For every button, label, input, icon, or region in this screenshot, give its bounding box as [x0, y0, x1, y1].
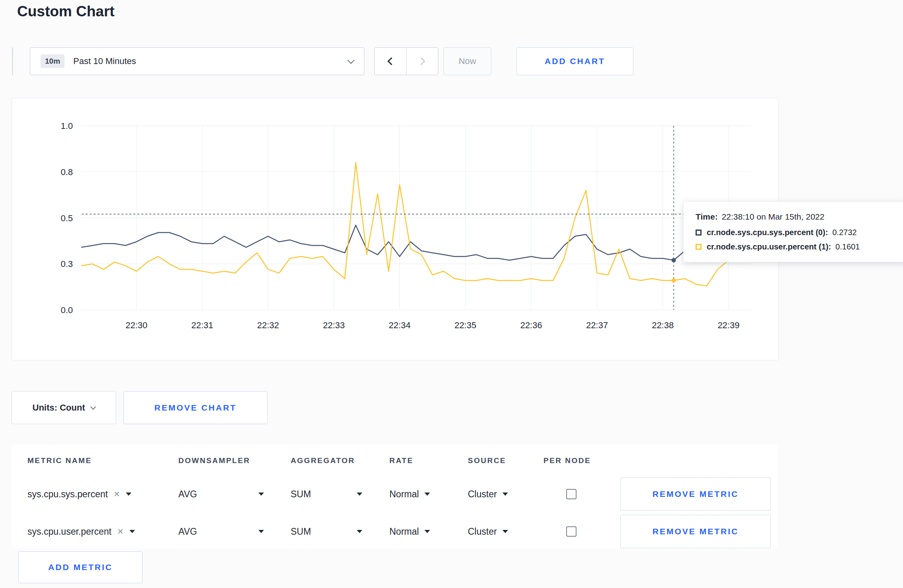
aggregator-value: SUM: [291, 526, 311, 537]
tooltip-time-value: 22:38:10 on Mar 15th, 2022: [722, 212, 825, 221]
rate-select[interactable]: Normal: [389, 515, 430, 548]
downsampler-select[interactable]: AVG: [178, 477, 264, 511]
x-axis-label: 22:38: [652, 320, 674, 330]
time-range-label: Past 10 Minutes: [73, 56, 136, 66]
caret-down-icon: [258, 493, 264, 496]
chevron-right-icon: [417, 57, 425, 65]
tooltip-series-row: cr.node.sys.cpu.sys.percent (0): 0.2732: [696, 228, 896, 237]
time-range-badge: 10m: [41, 55, 64, 68]
chevron-down-icon: [90, 404, 96, 409]
hover-marker: [672, 278, 676, 282]
tooltip-series-row: cr.node.sys.cpu.user.percent (1): 0.1601: [696, 242, 896, 251]
time-range-dropdown[interactable]: 10m Past 10 Minutes: [30, 47, 364, 75]
tooltip-series-label: cr.node.sys.cpu.user.percent (1):: [707, 242, 831, 251]
downsampler-value: AVG: [178, 489, 197, 500]
now-button[interactable]: Now: [444, 47, 491, 75]
caret-down-icon: [424, 530, 430, 533]
x-axis-label: 22:34: [389, 320, 410, 330]
add-chart-button[interactable]: ADD CHART: [516, 47, 633, 75]
per-node-checkbox[interactable]: [566, 526, 577, 537]
metrics-table: METRIC NAME DOWNSAMPLER AGGREGATOR RATE …: [12, 444, 778, 549]
chart-tooltip: Time:22:38:10 on Mar 15th, 2022 cr.node.…: [683, 201, 903, 262]
prev-time-button[interactable]: [375, 48, 407, 75]
column-header-downsampler: DOWNSAMPLER: [178, 456, 250, 465]
tooltip-series-value: 0.2732: [833, 228, 857, 237]
units-label: Units: Count: [33, 403, 85, 413]
source-select[interactable]: Cluster: [468, 515, 508, 548]
remove-metric-button[interactable]: REMOVE METRIC: [620, 477, 771, 511]
tooltip-series-value: 0.1601: [835, 242, 860, 251]
series-sys-swatch-icon: [696, 230, 702, 236]
column-header-aggregator: AGGREGATOR: [291, 456, 355, 465]
column-header-rate: RATE: [389, 456, 413, 465]
units-dropdown[interactable]: Units: Count: [12, 391, 116, 424]
column-header-per-node: PER NODE: [543, 456, 591, 465]
hover-marker: [672, 258, 676, 262]
add-metric-button[interactable]: ADD METRIC: [18, 551, 143, 583]
next-time-button[interactable]: [407, 48, 438, 75]
column-header-metric-name: METRIC NAME: [27, 456, 92, 465]
y-axis-label: 0.5: [61, 213, 73, 223]
y-axis-label: 0.0: [61, 305, 73, 315]
tooltip-time: Time:22:38:10 on Mar 15th, 2022: [696, 212, 896, 222]
source-value: Cluster: [468, 489, 497, 500]
chart-card: 0.00.30.50.81.022:3022:3122:3222:3322:34…: [12, 98, 779, 360]
tooltip-time-label: Time:: [696, 212, 718, 221]
x-axis-label: 22:37: [586, 320, 608, 330]
tooltip-series-label: cr.node.sys.cpu.sys.percent (0):: [707, 228, 828, 237]
caret-down-icon: [126, 493, 131, 496]
x-axis-label: 22:31: [191, 320, 213, 330]
caret-down-icon: [258, 530, 264, 533]
downsampler-value: AVG: [178, 526, 197, 537]
series-user-swatch-icon: [696, 244, 702, 250]
rate-value: Normal: [389, 489, 419, 500]
remove-metric-button[interactable]: REMOVE METRIC: [620, 515, 771, 548]
aggregator-value: SUM: [291, 489, 311, 500]
x-axis-label: 22:39: [717, 320, 739, 330]
y-axis-label: 1.0: [61, 121, 73, 131]
chevron-left-icon: [387, 57, 395, 65]
series-line: [82, 163, 729, 286]
source-value: Cluster: [468, 526, 497, 537]
x-axis-label: 22:36: [520, 320, 542, 330]
y-axis-label: 0.8: [61, 167, 73, 177]
table-row: sys.cpu.user.percent ✕ AVG SUM Normal Cl…: [12, 515, 778, 548]
table-row: sys.cpu.sys.percent ✕ AVG SUM Normal Clu…: [12, 477, 778, 511]
metric-name-value: sys.cpu.sys.percent: [27, 489, 108, 500]
metric-name-value: sys.cpu.user.percent: [27, 526, 111, 537]
caret-down-icon: [502, 493, 508, 496]
x-axis-label: 22:30: [125, 320, 147, 330]
metrics-line-chart[interactable]: 0.00.30.50.81.022:3022:3122:3222:3322:34…: [12, 98, 778, 359]
x-axis-label: 22:35: [454, 320, 476, 330]
toolbar-divider: [12, 47, 13, 75]
aggregator-select[interactable]: SUM: [291, 477, 362, 511]
per-node-checkbox[interactable]: [566, 489, 577, 499]
column-header-source: SOURCE: [468, 456, 506, 465]
y-axis-label: 0.3: [61, 259, 73, 269]
x-axis-label: 22:33: [323, 320, 345, 330]
caret-down-icon: [357, 530, 362, 533]
clear-metric-icon[interactable]: ✕: [113, 489, 120, 499]
custom-chart-page: Custom Chart 10m Past 10 Minutes Now ADD…: [0, 0, 903, 588]
downsampler-select[interactable]: AVG: [178, 515, 264, 548]
caret-down-icon: [129, 530, 135, 533]
series-line: [82, 225, 729, 260]
remove-chart-button[interactable]: REMOVE CHART: [123, 391, 268, 424]
caret-down-icon: [424, 493, 430, 496]
metric-name-select[interactable]: sys.cpu.user.percent ✕: [27, 515, 135, 548]
caret-down-icon: [357, 493, 362, 496]
aggregator-select[interactable]: SUM: [291, 515, 362, 548]
per-node-cell: [566, 515, 577, 548]
rate-value: Normal: [389, 526, 419, 537]
source-select[interactable]: Cluster: [468, 477, 508, 511]
time-pager: [374, 47, 438, 75]
caret-down-icon: [502, 530, 508, 533]
page-title: Custom Chart: [17, 3, 115, 20]
metric-name-select[interactable]: sys.cpu.sys.percent ✕: [27, 477, 131, 511]
rate-select[interactable]: Normal: [389, 477, 430, 511]
chevron-down-icon: [347, 56, 354, 64]
per-node-cell: [566, 477, 577, 511]
clear-metric-icon[interactable]: ✕: [117, 527, 124, 536]
x-axis-label: 22:32: [257, 320, 279, 330]
